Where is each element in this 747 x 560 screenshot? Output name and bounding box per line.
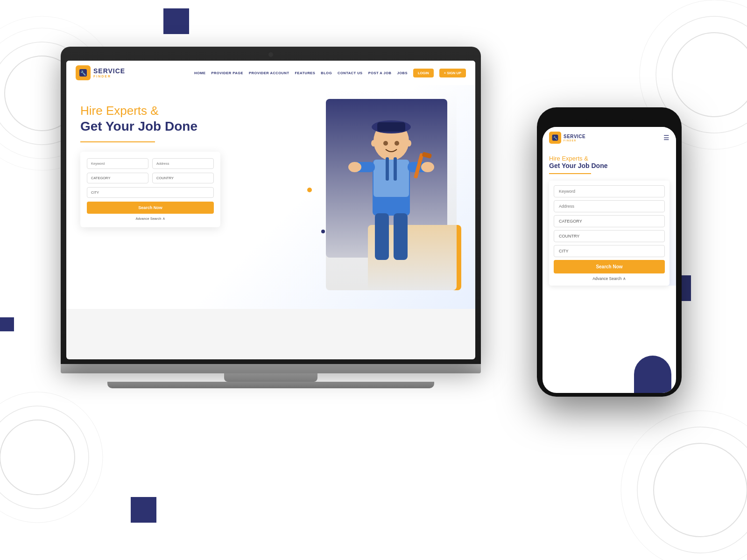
phone-hero-title2: Get Your Job Done [549, 162, 669, 169]
nav-provider-account[interactable]: PROVIDER ACCOUNT [249, 71, 289, 75]
laptop-login-button[interactable]: LOGIN [413, 69, 434, 77]
svg-point-7 [672, 33, 747, 117]
laptop-search-form: CATEGORY COUNTRY CITY Search Now [80, 152, 220, 227]
phone-keyword-input[interactable] [554, 185, 665, 197]
nav-post-job[interactable]: POST A JOB [368, 71, 392, 75]
laptop-logo-icon: 🔧 [76, 65, 91, 80]
laptop-hero-title-line2: Get Your Job Done [80, 119, 461, 134]
phone-logo-text-main: SERVICE [564, 134, 585, 139]
phone-nav: 🔧 SERVICE FINDER ☰ [543, 127, 676, 147]
phone-search-button[interactable]: Search Now [554, 260, 665, 273]
nav-home[interactable]: HOME [194, 71, 206, 75]
phone-city-select[interactable]: CITY [554, 245, 665, 257]
phone-logo-text-sub: FINDER [564, 139, 585, 142]
laptop-search-button[interactable]: Search Now [87, 202, 214, 214]
phone-country-select[interactable]: COUNTRY [554, 230, 665, 242]
laptop-base [61, 364, 481, 373]
laptop-signup-button[interactable]: + SIGN UP [439, 69, 466, 77]
laptop-foot [107, 382, 434, 388]
phone-hero-title1: Hire Experts & [549, 155, 669, 162]
phone-screen: 🔧 SERVICE FINDER ☰ Hire Experts & Get Yo… [543, 127, 676, 393]
laptop-hero-content: Hire Experts & Get Your Job Done CATEGOR… [80, 104, 461, 227]
svg-text:🔧: 🔧 [553, 136, 557, 140]
phone-logo-icon: 🔧 [549, 132, 561, 144]
laptop-logo-text-sub: FINDER [93, 75, 125, 78]
svg-point-12 [621, 411, 747, 560]
laptop-category-select[interactable]: CATEGORY [87, 173, 148, 183]
laptop-camera [268, 52, 273, 57]
laptop-nav-links: HOME PROVIDER PAGE PROVIDER ACCOUNT FEAT… [194, 69, 466, 77]
phone-advance-search-link[interactable]: Advance Search ∧ [554, 276, 665, 281]
svg-point-11 [637, 427, 747, 553]
bg-decoration-rect-2 [0, 317, 14, 331]
phone-category-select[interactable]: CATEGORY [554, 215, 665, 227]
svg-point-10 [654, 443, 747, 537]
svg-text:🔧: 🔧 [80, 70, 86, 76]
phone-hero-divider [549, 173, 591, 174]
laptop-logo-text-main: SERVICE [93, 68, 125, 75]
dot-blue [321, 230, 325, 233]
laptop-screen: 🔧 SERVICE FINDER HOME PROVIDER PAGE PROV… [66, 61, 475, 359]
phone-body: 🔧 SERVICE FINDER ☰ Hire Experts & Get Yo… [537, 107, 682, 397]
svg-point-5 [0, 406, 89, 509]
laptop-hero-section: Hire Experts & Get Your Job Done CATEGOR… [66, 85, 475, 309]
laptop-stand [224, 373, 317, 382]
nav-features[interactable]: FEATURES [295, 71, 315, 75]
laptop-device: 🔧 SERVICE FINDER HOME PROVIDER PAGE PROV… [61, 47, 481, 401]
phone-notch [586, 114, 633, 124]
nav-blog[interactable]: BLOG [321, 71, 332, 75]
phone-hero-section: Hire Experts & Get Your Job Done CATEGOR… [543, 147, 676, 286]
phone-address-input[interactable] [554, 200, 665, 212]
laptop-advance-search-link[interactable]: Advance Search ∧ [87, 217, 214, 221]
svg-point-6 [0, 392, 103, 523]
laptop-city-select[interactable]: CITY [87, 187, 214, 198]
phone-logo: 🔧 SERVICE FINDER [549, 132, 585, 144]
laptop-logo: 🔧 SERVICE FINDER [76, 65, 125, 80]
nav-contact-us[interactable]: CONTACT US [338, 71, 363, 75]
nav-provider-page[interactable]: PROVIDER PAGE [211, 71, 243, 75]
svg-point-4 [0, 420, 75, 495]
bg-decoration-rect-1 [163, 8, 189, 34]
bg-decoration-rect-4 [131, 497, 156, 523]
laptop-hero-title-line1: Hire Experts & [80, 104, 461, 118]
laptop-keyword-input[interactable] [87, 158, 148, 169]
phone-worker-peek [634, 356, 671, 393]
laptop-site-nav: 🔧 SERVICE FINDER HOME PROVIDER PAGE PROV… [66, 61, 475, 85]
laptop-hero-divider [80, 141, 155, 142]
laptop-body: 🔧 SERVICE FINDER HOME PROVIDER PAGE PROV… [61, 47, 481, 364]
phone-hamburger-menu[interactable]: ☰ [663, 134, 669, 141]
laptop-address-input[interactable] [152, 158, 214, 169]
phone-device: 🔧 SERVICE FINDER ☰ Hire Experts & Get Yo… [537, 107, 682, 397]
laptop-country-select[interactable]: COUNTRY [152, 173, 214, 183]
phone-search-form: CATEGORY COUNTRY CITY Search Now Advance… [549, 181, 669, 286]
nav-jobs[interactable]: JOBS [397, 71, 408, 75]
